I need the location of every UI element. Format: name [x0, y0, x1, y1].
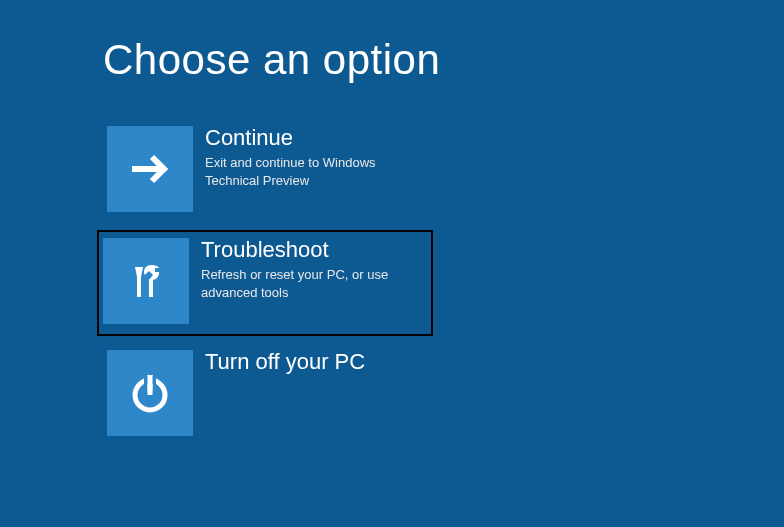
troubleshoot-tile — [103, 238, 189, 324]
option-description: Exit and continue to Windows Technical P… — [205, 154, 415, 189]
tools-icon — [122, 257, 170, 305]
option-title: Continue — [205, 126, 415, 150]
option-description: Refresh or reset your PC, or use advance… — [201, 266, 411, 301]
option-title: Turn off your PC — [205, 350, 365, 374]
continue-tile — [107, 126, 193, 212]
power-tile — [107, 350, 193, 436]
svg-rect-0 — [137, 277, 141, 297]
option-continue[interactable]: Continue Exit and continue to Windows Te… — [103, 122, 431, 216]
page-title: Choose an option — [103, 36, 784, 84]
recovery-options-screen: Choose an option Continue Exit and conti… — [0, 0, 784, 440]
power-icon — [126, 369, 174, 417]
option-text: Continue Exit and continue to Windows Te… — [193, 126, 415, 189]
option-text: Turn off your PC — [193, 350, 365, 378]
svg-rect-1 — [149, 279, 153, 297]
option-text: Troubleshoot Refresh or reset your PC, o… — [189, 238, 411, 301]
option-turn-off[interactable]: Turn off your PC — [103, 346, 431, 440]
arrow-right-icon — [126, 145, 174, 193]
option-troubleshoot[interactable]: Troubleshoot Refresh or reset your PC, o… — [97, 230, 433, 336]
option-title: Troubleshoot — [201, 238, 411, 262]
svg-rect-5 — [148, 375, 153, 391]
